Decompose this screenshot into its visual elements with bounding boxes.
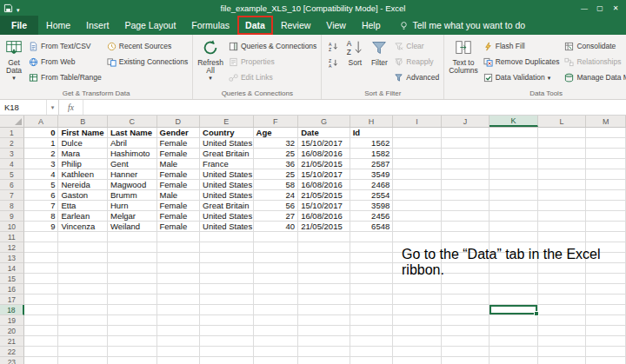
- cell-F14[interactable]: [254, 263, 299, 274]
- cell-H5[interactable]: 3549: [350, 169, 394, 180]
- cell-B19[interactable]: [58, 315, 108, 326]
- cell-J3[interactable]: [442, 149, 490, 159]
- cell-M11[interactable]: [586, 232, 626, 242]
- cell-J7[interactable]: [442, 190, 490, 201]
- cell-C17[interactable]: [108, 295, 157, 305]
- cell-G5[interactable]: 15/10/2017: [298, 169, 350, 180]
- cell-G2[interactable]: 15/10/2017: [298, 138, 350, 149]
- cell-F6[interactable]: 58: [254, 180, 299, 190]
- cell-M8[interactable]: [586, 201, 626, 211]
- cell-I20[interactable]: [393, 326, 442, 336]
- cell-E23[interactable]: [200, 357, 253, 364]
- cell-G6[interactable]: 16/08/2016: [298, 180, 350, 190]
- row-header-6[interactable]: 6: [0, 180, 24, 190]
- cell-F3[interactable]: 25: [254, 149, 299, 159]
- cell-L22[interactable]: [538, 347, 587, 357]
- cell-L3[interactable]: [538, 149, 587, 159]
- cell-H17[interactable]: [350, 295, 394, 305]
- cell-A20[interactable]: [24, 326, 59, 336]
- row-header-22[interactable]: 22: [0, 347, 24, 357]
- text-to-columns-button[interactable]: Text to Columns: [446, 36, 481, 75]
- cell-F15[interactable]: [254, 274, 299, 284]
- cell-A16[interactable]: [24, 284, 59, 295]
- cell-F10[interactable]: 40: [254, 222, 299, 232]
- cell-L4[interactable]: [538, 159, 587, 169]
- cell-D16[interactable]: [157, 284, 201, 295]
- cell-G16[interactable]: [298, 284, 350, 295]
- flash-fill-button[interactable]: Flash Fill: [481, 38, 563, 54]
- existing-connections-button[interactable]: Existing Connections: [104, 54, 190, 69]
- cell-A11[interactable]: [24, 232, 59, 242]
- cell-A6[interactable]: 5: [24, 180, 59, 190]
- cell-D17[interactable]: [157, 295, 201, 305]
- cell-C15[interactable]: [108, 274, 157, 284]
- save-icon[interactable]: [3, 3, 13, 13]
- cell-A1[interactable]: 0: [24, 128, 59, 138]
- cell-J17[interactable]: [442, 295, 490, 305]
- cell-G22[interactable]: [298, 347, 350, 357]
- row-header-7[interactable]: 7: [0, 190, 24, 201]
- cell-C3[interactable]: Hashimoto: [108, 149, 157, 159]
- cell-B16[interactable]: [58, 284, 108, 295]
- cell-F2[interactable]: 32: [254, 138, 299, 149]
- cell-H3[interactable]: 1582: [350, 149, 394, 159]
- row-header-4[interactable]: 4: [0, 159, 24, 169]
- cell-M5[interactable]: [586, 169, 626, 180]
- cell-E16[interactable]: [200, 284, 253, 295]
- row-header-21[interactable]: 21: [0, 336, 24, 347]
- formula-input[interactable]: [83, 100, 626, 115]
- cell-B20[interactable]: [58, 326, 108, 336]
- cell-K5[interactable]: [489, 169, 538, 180]
- cell-L5[interactable]: [538, 169, 587, 180]
- cell-F22[interactable]: [254, 347, 299, 357]
- cell-H11[interactable]: [350, 232, 394, 242]
- cell-K7[interactable]: [489, 190, 538, 201]
- cell-G23[interactable]: [298, 357, 350, 364]
- cell-L10[interactable]: [538, 222, 587, 232]
- cell-J11[interactable]: [442, 232, 490, 242]
- cell-H20[interactable]: [350, 326, 394, 336]
- cell-A22[interactable]: [24, 347, 59, 357]
- cell-G15[interactable]: [298, 274, 350, 284]
- manage-data-model-button[interactable]: Manage Data Model: [562, 69, 626, 85]
- cell-E17[interactable]: [200, 295, 253, 305]
- cell-B18[interactable]: [58, 305, 108, 315]
- cell-D1[interactable]: Gender: [157, 128, 201, 138]
- cell-C1[interactable]: Last Name: [108, 128, 157, 138]
- cell-D4[interactable]: Male: [157, 159, 201, 169]
- row-header-9[interactable]: 9: [0, 211, 24, 222]
- cell-M1[interactable]: [586, 128, 626, 138]
- cell-F11[interactable]: [254, 232, 299, 242]
- name-box[interactable]: K18: [0, 100, 47, 115]
- sort-descending-button[interactable]: ZA: [325, 56, 341, 70]
- cell-B6[interactable]: Nereida: [58, 180, 108, 190]
- cell-C18[interactable]: [108, 305, 157, 315]
- cell-B12[interactable]: [58, 242, 108, 253]
- cell-B9[interactable]: Earlean: [58, 211, 108, 222]
- cell-L23[interactable]: [538, 357, 587, 364]
- cell-B23[interactable]: [58, 357, 108, 364]
- cell-D6[interactable]: Female: [157, 180, 201, 190]
- get-data-button[interactable]: Get Data: [2, 36, 26, 82]
- row-header-19[interactable]: 19: [0, 315, 24, 326]
- cell-K11[interactable]: [489, 232, 538, 242]
- tab-formulas[interactable]: Formulas: [183, 16, 237, 35]
- cell-G19[interactable]: [298, 315, 350, 326]
- cell-M16[interactable]: [586, 284, 626, 295]
- cell-F16[interactable]: [254, 284, 299, 295]
- cell-E2[interactable]: United States: [200, 138, 253, 149]
- cell-G4[interactable]: 21/05/2015: [298, 159, 350, 169]
- cell-L21[interactable]: [538, 336, 587, 347]
- cell-A4[interactable]: 3: [24, 159, 59, 169]
- cell-I7[interactable]: [393, 190, 442, 201]
- row-header-11[interactable]: 11: [0, 232, 24, 242]
- row-header-1[interactable]: 1: [0, 128, 24, 138]
- cell-K6[interactable]: [489, 180, 538, 190]
- cell-E12[interactable]: [200, 242, 253, 253]
- cell-J23[interactable]: [442, 357, 490, 364]
- cell-K17[interactable]: [489, 295, 538, 305]
- cell-B1[interactable]: First Name: [58, 128, 108, 138]
- cell-M20[interactable]: [586, 326, 626, 336]
- cell-A12[interactable]: [24, 242, 59, 253]
- cell-J10[interactable]: [442, 222, 490, 232]
